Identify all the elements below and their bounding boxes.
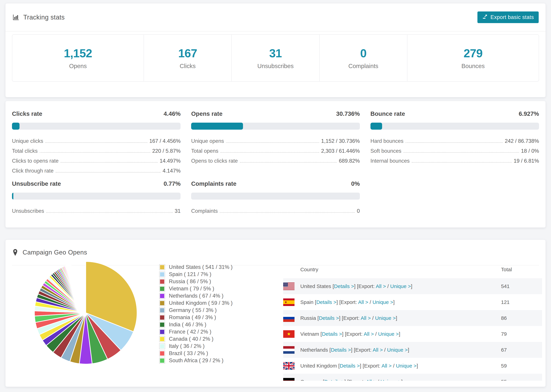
country-name: Germany <box>300 379 321 381</box>
details-link[interactable]: Details > <box>340 363 360 369</box>
summary-stats-box: 1,152Opens167Clicks31Unsubscribes0Compla… <box>12 34 539 82</box>
geo-row-spain: Spain [Details >] [Export: All > / Uniqu… <box>283 294 542 310</box>
bracket-text: ] <box>417 363 418 369</box>
export-all-link[interactable]: All > <box>381 363 391 369</box>
export-unique-link[interactable]: Unique > <box>387 347 408 353</box>
geo-row-russia: Russia [Details >] [Export: All > / Uniq… <box>283 310 542 326</box>
details-link[interactable]: Details > <box>319 315 339 321</box>
details-link[interactable]: Details > <box>331 347 351 353</box>
stat-value: 0 <box>360 47 367 60</box>
rate-block-complaints-rate: Complaints rate0%Complaints0 <box>191 180 360 216</box>
export-unique-link[interactable]: Unique > <box>396 363 417 369</box>
legend-item-romania: Romania ( 49 / 3% ) <box>159 314 269 321</box>
rate-title: Opens rate <box>191 110 222 117</box>
export-all-link[interactable]: All > <box>373 347 383 353</box>
rate-row-label: Total clicks <box>12 148 38 154</box>
details-link[interactable]: Details > <box>316 299 336 305</box>
rate-row-label: Hard bounces <box>370 138 403 144</box>
details-link[interactable]: Details > <box>322 331 342 337</box>
rate-detail-row: Unique clicks167 / 4.456% <box>12 136 181 146</box>
details-link[interactable]: Details > <box>334 283 354 289</box>
dotted-leader <box>406 142 503 143</box>
progress-track <box>12 193 181 200</box>
export-all-link[interactable]: All > <box>364 331 374 337</box>
total-column-header: Total <box>501 267 542 273</box>
bar-chart-icon <box>12 14 20 21</box>
progress-track <box>191 193 360 200</box>
export-unique-link[interactable]: Unique > <box>390 283 411 289</box>
export-unique-link[interactable]: Unique > <box>378 331 399 337</box>
stat-label: Complaints <box>348 63 378 70</box>
legend-swatch <box>159 271 165 277</box>
export-unique-link[interactable]: Unique > <box>381 379 401 381</box>
dotted-leader <box>240 162 337 163</box>
geo-row-netherlands: Netherlands [Details >] [Export: All > /… <box>283 342 542 358</box>
legend-swatch <box>159 293 165 299</box>
legend-swatch <box>159 279 165 285</box>
bracket-text: [ <box>321 379 324 381</box>
geo-country-table: Country Total United States [Details >] … <box>283 261 542 381</box>
legend-swatch <box>159 343 165 349</box>
country-cell: Spain [Details >] [Export: All > / Uniqu… <box>300 299 501 305</box>
rate-title: Unsubscribe rate <box>12 180 61 187</box>
export-basic-stats-button[interactable]: Export basic stats <box>477 11 539 23</box>
country-name: United Kingdom <box>300 363 337 369</box>
tracking-stats-card: Tracking stats Export basic stats 1,152O… <box>5 3 546 97</box>
rates-grid: Clicks rate4.46%Unique clicks167 / 4.456… <box>6 101 545 216</box>
export-unique-link[interactable]: Unique > <box>373 299 393 305</box>
country-cell: United Kingdom [Details >] [Export: All … <box>300 363 501 369</box>
country-name: United States <box>300 283 331 289</box>
legend-item-india: India ( 46 / 3% ) <box>159 321 269 328</box>
export-icon <box>482 14 488 21</box>
geo-opens-pie-chart <box>24 251 147 381</box>
country-total: 67 <box>501 347 542 353</box>
rate-title-row: Complaints rate0% <box>191 180 360 188</box>
country-total: 541 <box>501 283 542 289</box>
details-link[interactable]: Details > <box>324 379 345 381</box>
export-all-link[interactable]: All > <box>366 379 376 381</box>
stat-value: 1,152 <box>64 47 92 60</box>
country-name: Vietnam <box>300 331 319 337</box>
bracket-text: [ <box>316 315 319 321</box>
legend-item-france: France ( 42 / 2% ) <box>159 328 269 335</box>
legend-label: Romania ( 49 / 3% ) <box>169 314 216 321</box>
stat-label: Bounces <box>461 63 485 70</box>
legend-swatch <box>159 264 165 270</box>
geo-table-body: United States [Details >] [Export: All >… <box>283 278 542 381</box>
legend-item-south-africa: South Africa ( 29 / 2% ) <box>159 357 269 364</box>
country-name: Russia <box>300 315 316 321</box>
export-all-link[interactable]: All > <box>358 299 368 305</box>
slash-text: / <box>386 283 390 289</box>
progress-track <box>191 123 360 130</box>
legend-item-united-kingdom: United Kingdom ( 59 / 3% ) <box>159 300 269 307</box>
rate-row-label: Internal bounces <box>370 158 410 164</box>
rate-block-unsubscribe-rate: Unsubscribe rate0.77%Unsubscribes31 <box>12 180 181 216</box>
flag-ru-icon <box>283 314 295 322</box>
export-unique-link[interactable]: Unique > <box>375 315 396 321</box>
summary-stat-unsubscribes: 31Unsubscribes <box>232 35 319 81</box>
country-name: Spain <box>300 299 313 305</box>
rate-row-value: 242 / 86.738% <box>505 138 539 144</box>
legend-label: South Africa ( 29 / 2% ) <box>169 357 224 364</box>
rate-row-value: 4.147% <box>162 168 181 174</box>
country-cell: Vietnam [Details >] [Export: All > / Uni… <box>300 331 501 337</box>
legend-swatch <box>159 307 165 313</box>
slash-text: / <box>392 363 396 369</box>
pie-svg <box>24 251 147 374</box>
bracket-text: ] [Export: <box>345 379 366 381</box>
rate-block-clicks-rate: Clicks rate4.46%Unique clicks167 / 4.456… <box>12 110 181 175</box>
country-total: 79 <box>501 331 542 337</box>
progress-fill <box>370 123 382 130</box>
rate-row-label: Clicks to opens rate <box>12 158 58 164</box>
progress-fill <box>191 123 243 130</box>
rate-title-row: Unsubscribe rate0.77% <box>12 180 181 188</box>
slash-text: / <box>371 315 375 321</box>
rate-value: 6.927% <box>519 110 539 117</box>
summary-stat-complaints: 0Complaints <box>320 35 407 81</box>
progress-fill <box>12 193 13 200</box>
rate-row-label: Unsubscribes <box>12 208 44 214</box>
rate-detail-row: Opens to clicks rate689.82% <box>191 156 360 166</box>
rate-detail-row: Click through rate4.147% <box>12 166 181 175</box>
export-all-link[interactable]: All > <box>361 315 371 321</box>
export-all-link[interactable]: All > <box>376 283 386 289</box>
